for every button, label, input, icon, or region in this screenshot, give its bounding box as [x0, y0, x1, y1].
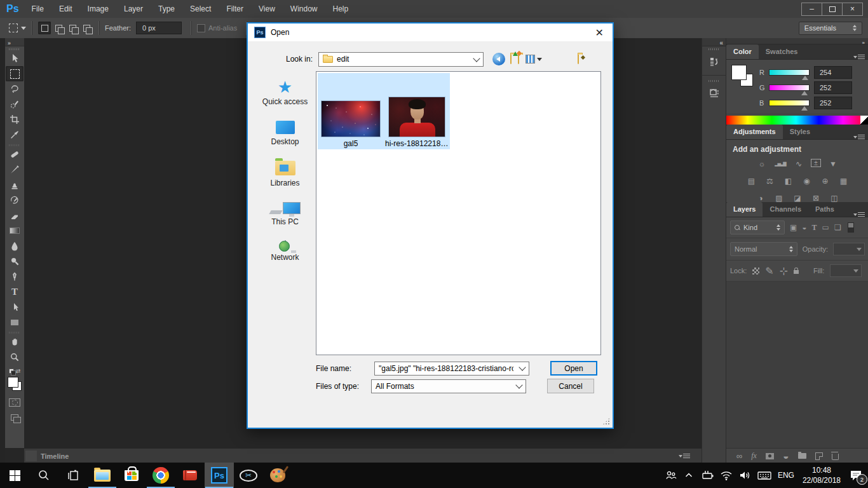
menu-type[interactable]: Type	[151, 0, 182, 18]
crop-tool[interactable]	[6, 112, 24, 127]
spot-healing-brush-tool[interactable]	[6, 147, 24, 162]
tab-styles[interactable]: Styles	[783, 125, 817, 139]
menu-image[interactable]: Image	[80, 0, 116, 18]
foreground-background-swatches[interactable]	[8, 377, 22, 391]
history-brush-tool[interactable]	[6, 193, 24, 208]
screen-mode-button[interactable]	[6, 410, 24, 425]
vibrance-icon[interactable]: ▼	[827, 159, 839, 168]
fill-dropdown[interactable]	[830, 264, 862, 277]
sidebar-item-libraries[interactable]: Libraries	[255, 161, 315, 187]
adjustments-panel-menu-button[interactable]	[854, 135, 865, 139]
taskbar-chrome[interactable]	[146, 463, 175, 488]
up-one-level-button[interactable]	[510, 55, 512, 64]
brightness-contrast-icon[interactable]: ☼	[756, 159, 768, 168]
green-value[interactable]: 252	[814, 81, 852, 94]
tab-color[interactable]: Color	[726, 44, 759, 59]
add-selection-button[interactable]	[52, 22, 65, 34]
sidebar-item-network[interactable]: Network	[255, 241, 315, 262]
blur-tool[interactable]	[6, 238, 24, 254]
selective-color-icon[interactable]: ◫	[828, 193, 841, 203]
tray-chevron-up-icon[interactable]	[683, 470, 695, 481]
taskbar-snipping-tool[interactable]: ✂	[234, 463, 263, 488]
clone-stamp-tool[interactable]	[6, 177, 24, 193]
quick-mask-button[interactable]	[6, 395, 24, 410]
lock-pixels-icon[interactable]: ✎	[765, 265, 773, 277]
sidebar-item-desktop[interactable]: Desktop	[255, 121, 315, 146]
tab-paths[interactable]: Paths	[808, 202, 841, 217]
timeline-menu-button[interactable]	[679, 454, 690, 458]
touch-keyboard-icon[interactable]	[757, 470, 772, 481]
red-value[interactable]: 254	[814, 66, 852, 79]
file-item-gal5[interactable]: gal5	[318, 73, 384, 149]
action-center-button[interactable]: 2	[849, 469, 863, 482]
feather-input[interactable]: 0 px	[136, 22, 182, 34]
taskbar-photoshop[interactable]: Ps	[205, 463, 234, 488]
menu-file[interactable]: File	[24, 0, 51, 18]
layers-panel-menu-button[interactable]	[854, 212, 865, 217]
brush-tool[interactable]	[6, 162, 24, 177]
color-balance-icon[interactable]: ⚖	[764, 176, 776, 186]
color-lookup-icon[interactable]: ▦	[837, 176, 850, 186]
green-slider[interactable]	[769, 85, 810, 91]
blue-slider[interactable]	[769, 100, 810, 106]
file-list[interactable]: gal5 hi-res-188122183...	[316, 71, 601, 355]
menu-help[interactable]: Help	[325, 0, 356, 18]
tools-collapse-header[interactable]: »	[5, 38, 24, 46]
taskbar-dictionary-app[interactable]	[175, 463, 205, 488]
antialias-checkbox[interactable]	[197, 24, 205, 32]
start-button[interactable]	[0, 463, 29, 488]
color-spectrum-ramp[interactable]	[726, 116, 868, 125]
view-menu-button[interactable]	[526, 55, 542, 64]
levels-icon[interactable]: ▂▅▃▇	[774, 159, 787, 168]
pen-tool[interactable]	[6, 269, 24, 284]
filter-type-layers-icon[interactable]: T	[812, 223, 817, 233]
task-view-button[interactable]	[58, 463, 88, 488]
green-slider-thumb[interactable]	[801, 91, 808, 95]
dock-expand-header[interactable]: «	[702, 38, 726, 46]
channel-mixer-icon[interactable]: ⊕	[819, 176, 832, 186]
file-name-input[interactable]: "gal5.jpg" "hi-res-188122183-cristiano-r…	[374, 362, 529, 376]
taskbar-paint[interactable]	[263, 463, 292, 488]
tab-swatches[interactable]: Swatches	[759, 44, 805, 59]
color-panel-menu-button[interactable]	[854, 55, 865, 59]
open-button[interactable]: Open	[550, 361, 597, 376]
tab-adjustments[interactable]: Adjustments	[726, 125, 783, 139]
add-layer-mask-icon[interactable]	[766, 453, 774, 459]
restore-button[interactable]	[822, 3, 843, 16]
language-indicator[interactable]: ENG	[778, 471, 794, 480]
posterize-icon[interactable]: ▨	[773, 193, 785, 203]
properties-panel-button[interactable]	[703, 83, 725, 104]
lock-all-icon[interactable]	[794, 270, 799, 274]
lasso-tool[interactable]	[6, 81, 24, 97]
battery-plug-icon[interactable]	[700, 470, 714, 481]
people-icon[interactable]	[665, 469, 677, 482]
filter-shape-layers-icon[interactable]: ▭	[822, 223, 829, 232]
tools-grip[interactable]	[9, 48, 20, 50]
spectrum-bw-end[interactable]	[860, 116, 868, 125]
intersect-selection-button[interactable]	[80, 22, 93, 34]
invert-icon[interactable]: ◑	[754, 193, 767, 203]
color-panel-swatches[interactable]	[731, 65, 753, 86]
clock[interactable]: 10:48 22/08/2018	[803, 465, 841, 485]
tab-layers[interactable]: Layers	[726, 202, 763, 217]
wifi-icon[interactable]	[720, 470, 733, 481]
cancel-button[interactable]: Cancel	[547, 379, 594, 393]
taskbar-search-button[interactable]	[29, 463, 58, 488]
subtract-selection-button[interactable]	[66, 22, 79, 34]
curves-icon[interactable]: ∿	[792, 159, 805, 168]
blue-value[interactable]: 252	[814, 97, 852, 109]
history-panel-button[interactable]	[703, 51, 725, 72]
layer-filter-toggle[interactable]	[848, 222, 854, 233]
menu-edit[interactable]: Edit	[51, 0, 80, 18]
dialog-close-button[interactable]: ✕	[595, 27, 604, 39]
eyedropper-tool[interactable]	[6, 127, 24, 142]
black-white-icon[interactable]: ◧	[782, 176, 795, 186]
close-button[interactable]: ×	[843, 3, 863, 16]
new-selection-button[interactable]	[38, 22, 51, 34]
photo-filter-icon[interactable]: ◉	[801, 176, 813, 186]
new-layer-icon[interactable]	[815, 452, 823, 460]
blue-slider-thumb[interactable]	[801, 106, 808, 111]
red-slider-thumb[interactable]	[802, 76, 808, 80]
tab-channels[interactable]: Channels	[763, 202, 808, 217]
lock-transparency-icon[interactable]	[752, 268, 759, 274]
